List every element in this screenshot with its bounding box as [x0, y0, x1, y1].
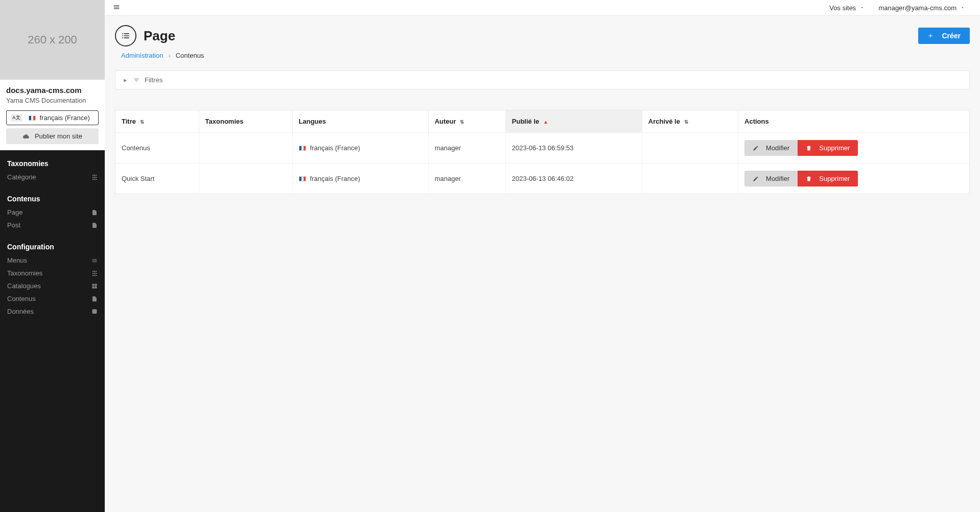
column-header-actions: Actions	[738, 110, 970, 133]
sidebar-section-taxonomies: Taxonomies Catégorie	[0, 150, 105, 185]
header-label: Actions	[744, 118, 769, 125]
cell-publie: 2023-06-13 06:59:53	[505, 133, 642, 164]
sitemap-icon	[91, 270, 98, 276]
publish-label: Publier mon site	[35, 132, 82, 140]
content-area: Page Créer Administration › Contenus ▸ F…	[105, 16, 980, 512]
delete-button[interactable]: Supprimer	[798, 140, 858, 156]
sidebar-item-categorie[interactable]: Catégorie	[0, 171, 105, 183]
column-header-titre[interactable]: Titre ⇅	[115, 110, 199, 133]
sidebar-item-donnees[interactable]: Données	[0, 305, 105, 318]
content-table: Titre ⇅ Taxonomies Langues Auteur ⇅	[115, 110, 970, 194]
header-label: Publié le	[512, 118, 539, 125]
sites-label: Vos sites	[829, 4, 856, 12]
menu-toggle-button[interactable]	[113, 4, 120, 12]
page-title: Page	[144, 28, 175, 44]
sidebar-item-post[interactable]: Post	[0, 219, 105, 231]
delete-label: Supprimer	[819, 144, 850, 152]
grid-icon	[91, 283, 98, 289]
sites-dropdown[interactable]: Vos sites	[822, 4, 871, 12]
sidebar-item-page[interactable]: Page	[0, 206, 105, 219]
sort-icon: ⇅	[684, 119, 688, 125]
chevron-right-icon: ›	[168, 52, 170, 59]
page-header: Page Créer	[115, 25, 970, 46]
sidebar-controls: A文 français (France) Publier mon site	[0, 110, 105, 150]
sort-asc-icon: ▲	[543, 119, 548, 125]
publish-site-button[interactable]: Publier mon site	[6, 128, 99, 144]
site-logo-placeholder: 260 x 200	[0, 0, 105, 80]
modify-label: Modifier	[766, 175, 789, 182]
cell-auteur: manager	[428, 164, 505, 194]
sidebar-item-contenus-config[interactable]: Contenus	[0, 292, 105, 305]
table-row: Contenus français (France) manager 2023-…	[115, 133, 970, 164]
list-icon	[121, 31, 131, 41]
lang-badge-icon: A文	[11, 114, 22, 122]
file-icon	[91, 296, 98, 302]
pencil-icon	[753, 176, 759, 182]
cell-langues: français (France)	[292, 133, 428, 164]
header-label: Titre	[122, 118, 136, 125]
list-icon	[91, 258, 98, 264]
sort-icon: ⇅	[140, 119, 144, 125]
caret-down-icon	[860, 6, 864, 10]
cell-langues: français (France)	[292, 164, 428, 194]
cell-publie: 2023-06-13 06:46:02	[505, 164, 642, 194]
sidebar-item-label: Données	[7, 308, 34, 315]
column-header-langues: Langues	[292, 110, 428, 133]
header-label: Langues	[299, 118, 326, 125]
cell-taxonomies	[199, 164, 292, 194]
trash-icon	[806, 176, 812, 182]
modify-label: Modifier	[766, 144, 789, 152]
create-button[interactable]: Créer	[918, 28, 970, 44]
language-selector[interactable]: A文 français (France)	[6, 110, 99, 125]
sidebar-item-taxonomies-config[interactable]: Taxonomies	[0, 267, 105, 280]
column-header-archive[interactable]: Archivé le ⇅	[642, 110, 738, 133]
cell-archive	[642, 164, 738, 194]
sort-icon: ⇅	[460, 119, 464, 125]
sidebar-item-label: Taxonomies	[7, 269, 42, 277]
filter-icon	[133, 77, 139, 83]
plus-icon	[927, 33, 934, 39]
file-icon	[91, 210, 98, 216]
sidebar-item-label: Page	[7, 208, 22, 216]
file-icon	[91, 222, 98, 228]
flag-france-icon	[29, 115, 36, 121]
header-label: Archivé le	[648, 118, 680, 125]
breadcrumb-admin[interactable]: Administration	[121, 52, 163, 59]
sidebar-item-label: Menus	[7, 257, 27, 264]
section-title-configuration: Configuration	[0, 240, 105, 254]
user-email: manager@yama-cms.com	[878, 4, 956, 12]
cell-actions: Modifier Supprimer	[738, 164, 970, 194]
page-header-icon	[115, 25, 136, 46]
flag-france-icon	[299, 176, 306, 181]
topbar: Vos sites manager@yama-cms.com	[105, 0, 980, 16]
modify-button[interactable]: Modifier	[744, 171, 798, 187]
sidebar-item-menus[interactable]: Menus	[0, 254, 105, 267]
breadcrumb-current: Contenus	[176, 52, 204, 59]
filters-label: Filtres	[145, 76, 162, 84]
lang-label: français (France)	[310, 144, 360, 152]
sidebar-item-catalogues[interactable]: Catalogues	[0, 280, 105, 292]
sidebar-item-label: Contenus	[7, 295, 36, 302]
header-label: Taxonomies	[205, 118, 244, 125]
pencil-icon	[753, 145, 759, 151]
sitemap-icon	[91, 174, 98, 180]
chevron-right-icon: ▸	[124, 76, 127, 84]
logo-placeholder-text: 260 x 200	[28, 33, 77, 46]
cell-titre: Quick Start	[115, 164, 199, 194]
column-header-auteur[interactable]: Auteur ⇅	[428, 110, 505, 133]
delete-button[interactable]: Supprimer	[798, 171, 858, 187]
cell-auteur: manager	[428, 133, 505, 164]
create-label: Créer	[942, 32, 961, 40]
section-title-taxonomies: Taxonomies	[0, 156, 105, 171]
database-icon	[91, 309, 98, 315]
user-dropdown[interactable]: manager@yama-cms.com	[871, 4, 972, 12]
column-header-taxonomies: Taxonomies	[199, 110, 292, 133]
cell-archive	[642, 133, 738, 164]
sidebar: 260 x 200 docs.yama-cms.com Yama CMS Doc…	[0, 0, 105, 512]
column-header-publie[interactable]: Publié le ▲	[505, 110, 642, 133]
header-label: Auteur	[435, 118, 456, 125]
modify-button[interactable]: Modifier	[744, 140, 798, 156]
cloud-icon	[22, 133, 30, 139]
filters-toggle[interactable]: ▸ Filtres	[115, 71, 970, 89]
site-domain: docs.yama-cms.com	[6, 86, 99, 95]
